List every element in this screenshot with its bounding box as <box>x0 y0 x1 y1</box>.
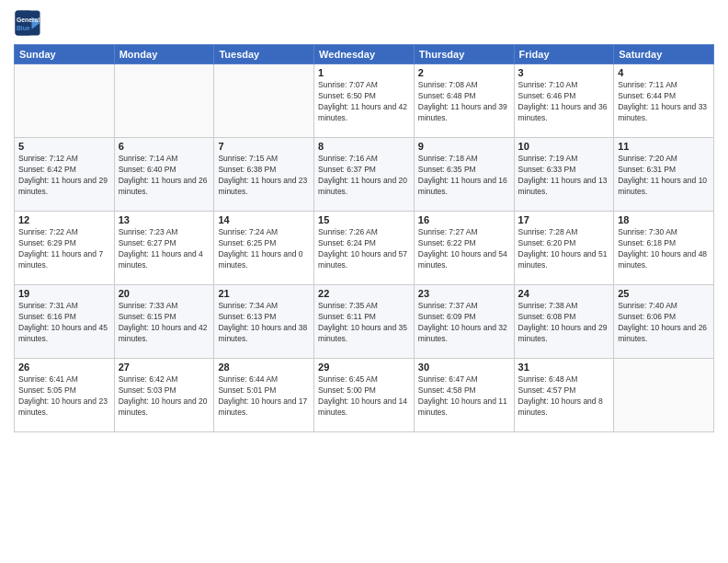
day-number: 12 <box>18 214 110 225</box>
day-number: 8 <box>318 141 410 152</box>
calendar-week-row: 26Sunrise: 6:41 AMSunset: 5:05 PMDayligh… <box>15 359 714 432</box>
calendar-cell: 7Sunrise: 7:15 AMSunset: 6:38 PMDaylight… <box>214 138 314 212</box>
day-info: Sunrise: 7:40 AMSunset: 6:06 PMDaylight:… <box>618 301 710 345</box>
calendar-cell: 5Sunrise: 7:12 AMSunset: 6:42 PMDaylight… <box>15 138 115 212</box>
calendar-week-row: 12Sunrise: 7:22 AMSunset: 6:29 PMDayligh… <box>15 212 714 285</box>
day-number: 31 <box>518 362 610 373</box>
day-number: 24 <box>518 288 610 299</box>
calendar: SundayMondayTuesdayWednesdayThursdayFrid… <box>14 44 714 432</box>
day-number: 25 <box>618 288 710 299</box>
day-info: Sunrise: 7:35 AMSunset: 6:11 PMDaylight:… <box>318 301 410 345</box>
calendar-cell: 10Sunrise: 7:19 AMSunset: 6:33 PMDayligh… <box>514 138 614 212</box>
day-number: 1 <box>318 67 410 78</box>
day-info: Sunrise: 7:31 AMSunset: 6:16 PMDaylight:… <box>18 301 110 345</box>
calendar-cell: 2Sunrise: 7:08 AMSunset: 6:48 PMDaylight… <box>414 64 514 138</box>
calendar-cell: 22Sunrise: 7:35 AMSunset: 6:11 PMDayligh… <box>314 285 415 359</box>
svg-text:Blue: Blue <box>17 25 30 31</box>
day-info: Sunrise: 7:15 AMSunset: 6:38 PMDaylight:… <box>218 154 310 198</box>
day-info: Sunrise: 7:07 AMSunset: 6:50 PMDaylight:… <box>318 80 410 124</box>
calendar-cell: 24Sunrise: 7:38 AMSunset: 6:08 PMDayligh… <box>514 285 614 359</box>
day-number: 17 <box>518 214 610 225</box>
calendar-cell: 25Sunrise: 7:40 AMSunset: 6:06 PMDayligh… <box>614 285 714 359</box>
calendar-cell: 12Sunrise: 7:22 AMSunset: 6:29 PMDayligh… <box>15 212 115 285</box>
day-info: Sunrise: 7:11 AMSunset: 6:44 PMDaylight:… <box>618 80 710 124</box>
day-number: 4 <box>618 67 710 78</box>
day-info: Sunrise: 7:23 AMSunset: 6:27 PMDaylight:… <box>119 227 210 271</box>
day-info: Sunrise: 7:16 AMSunset: 6:37 PMDaylight:… <box>318 154 410 198</box>
logo-icon: General Blue <box>14 9 41 37</box>
svg-text:General: General <box>17 17 40 23</box>
day-number: 16 <box>418 214 510 225</box>
calendar-day-header: Thursday <box>414 45 514 64</box>
calendar-cell: 14Sunrise: 7:24 AMSunset: 6:25 PMDayligh… <box>214 212 314 285</box>
calendar-cell: 20Sunrise: 7:33 AMSunset: 6:15 PMDayligh… <box>114 285 214 359</box>
calendar-week-row: 5Sunrise: 7:12 AMSunset: 6:42 PMDaylight… <box>15 138 714 212</box>
day-number: 6 <box>119 141 210 152</box>
calendar-cell: 16Sunrise: 7:27 AMSunset: 6:22 PMDayligh… <box>414 212 514 285</box>
day-number: 7 <box>218 141 310 152</box>
day-number: 2 <box>418 67 510 78</box>
day-info: Sunrise: 6:41 AMSunset: 5:05 PMDaylight:… <box>18 374 110 419</box>
day-number: 29 <box>318 362 410 373</box>
day-number: 15 <box>318 214 410 225</box>
day-info: Sunrise: 7:18 AMSunset: 6:35 PMDaylight:… <box>418 154 510 198</box>
day-info: Sunrise: 7:19 AMSunset: 6:33 PMDaylight:… <box>518 154 610 198</box>
day-info: Sunrise: 7:22 AMSunset: 6:29 PMDaylight:… <box>18 227 110 271</box>
day-number: 23 <box>418 288 510 299</box>
calendar-cell: 15Sunrise: 7:26 AMSunset: 6:24 PMDayligh… <box>314 212 415 285</box>
day-number: 9 <box>418 141 510 152</box>
calendar-cell: 18Sunrise: 7:30 AMSunset: 6:18 PMDayligh… <box>614 212 714 285</box>
calendar-cell: 1Sunrise: 7:07 AMSunset: 6:50 PMDaylight… <box>314 64 415 138</box>
day-info: Sunrise: 7:24 AMSunset: 6:25 PMDaylight:… <box>218 227 310 271</box>
day-info: Sunrise: 7:27 AMSunset: 6:22 PMDaylight:… <box>418 227 510 271</box>
day-info: Sunrise: 7:14 AMSunset: 6:40 PMDaylight:… <box>119 154 210 198</box>
day-info: Sunrise: 7:38 AMSunset: 6:08 PMDaylight:… <box>518 301 610 345</box>
calendar-cell: 23Sunrise: 7:37 AMSunset: 6:09 PMDayligh… <box>414 285 514 359</box>
calendar-header-row: SundayMondayTuesdayWednesdayThursdayFrid… <box>15 45 714 64</box>
calendar-cell <box>114 64 214 138</box>
day-number: 21 <box>218 288 310 299</box>
day-info: Sunrise: 6:45 AMSunset: 5:00 PMDaylight:… <box>318 374 410 419</box>
day-number: 26 <box>18 362 110 373</box>
header: General Blue <box>14 9 714 37</box>
calendar-day-header: Tuesday <box>214 45 314 64</box>
day-info: Sunrise: 7:20 AMSunset: 6:31 PMDaylight:… <box>618 154 710 198</box>
calendar-day-header: Sunday <box>15 45 115 64</box>
day-number: 3 <box>518 67 610 78</box>
calendar-week-row: 19Sunrise: 7:31 AMSunset: 6:16 PMDayligh… <box>15 285 714 359</box>
day-info: Sunrise: 7:26 AMSunset: 6:24 PMDaylight:… <box>318 227 410 271</box>
calendar-cell: 6Sunrise: 7:14 AMSunset: 6:40 PMDaylight… <box>114 138 214 212</box>
calendar-cell: 30Sunrise: 6:47 AMSunset: 4:58 PMDayligh… <box>414 359 514 432</box>
day-number: 22 <box>318 288 410 299</box>
calendar-cell: 29Sunrise: 6:45 AMSunset: 5:00 PMDayligh… <box>314 359 415 432</box>
calendar-cell <box>15 64 115 138</box>
page: General Blue SundayMondayTuesdayWednesda… <box>0 0 728 563</box>
day-number: 28 <box>218 362 310 373</box>
day-number: 30 <box>418 362 510 373</box>
svg-rect-2 <box>16 11 32 36</box>
day-number: 14 <box>218 214 310 225</box>
calendar-cell: 21Sunrise: 7:34 AMSunset: 6:13 PMDayligh… <box>214 285 314 359</box>
day-info: Sunrise: 7:37 AMSunset: 6:09 PMDaylight:… <box>418 301 510 345</box>
day-info: Sunrise: 6:42 AMSunset: 5:03 PMDaylight:… <box>119 374 210 419</box>
day-number: 11 <box>618 141 710 152</box>
calendar-week-row: 1Sunrise: 7:07 AMSunset: 6:50 PMDaylight… <box>15 64 714 138</box>
day-info: Sunrise: 7:08 AMSunset: 6:48 PMDaylight:… <box>418 80 510 124</box>
calendar-cell: 9Sunrise: 7:18 AMSunset: 6:35 PMDaylight… <box>414 138 514 212</box>
day-info: Sunrise: 7:28 AMSunset: 6:20 PMDaylight:… <box>518 227 610 271</box>
calendar-day-header: Monday <box>114 45 214 64</box>
calendar-cell <box>614 359 714 432</box>
day-number: 27 <box>119 362 210 373</box>
calendar-day-header: Wednesday <box>314 45 415 64</box>
day-number: 13 <box>119 214 210 225</box>
day-info: Sunrise: 7:12 AMSunset: 6:42 PMDaylight:… <box>18 154 110 198</box>
day-info: Sunrise: 6:47 AMSunset: 4:58 PMDaylight:… <box>418 374 510 419</box>
calendar-cell: 3Sunrise: 7:10 AMSunset: 6:46 PMDaylight… <box>514 64 614 138</box>
day-info: Sunrise: 7:10 AMSunset: 6:46 PMDaylight:… <box>518 80 610 124</box>
calendar-cell: 26Sunrise: 6:41 AMSunset: 5:05 PMDayligh… <box>15 359 115 432</box>
day-info: Sunrise: 7:34 AMSunset: 6:13 PMDaylight:… <box>218 301 310 345</box>
calendar-cell: 28Sunrise: 6:44 AMSunset: 5:01 PMDayligh… <box>214 359 314 432</box>
logo: General Blue <box>14 9 45 37</box>
calendar-cell: 31Sunrise: 6:48 AMSunset: 4:57 PMDayligh… <box>514 359 614 432</box>
calendar-cell: 19Sunrise: 7:31 AMSunset: 6:16 PMDayligh… <box>15 285 115 359</box>
